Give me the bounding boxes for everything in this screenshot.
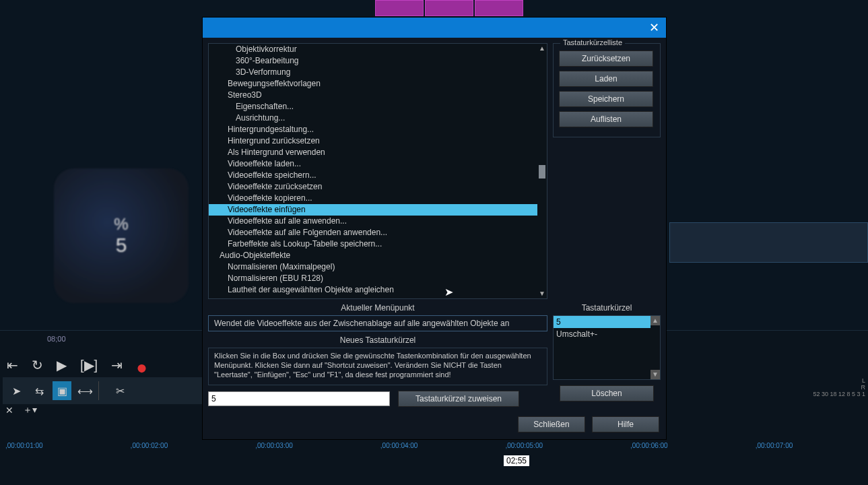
ripple-tool-icon[interactable]: ⇆ bbox=[30, 381, 48, 400]
goto-start-icon[interactable]: ⇤ bbox=[7, 357, 18, 379]
add-track-icon[interactable]: ＋▾ bbox=[23, 404, 37, 416]
save-button[interactable]: Speichern bbox=[559, 91, 653, 107]
scroll-up-icon[interactable]: ▲ bbox=[650, 316, 660, 325]
tree-item[interactable]: Ausrichtung... bbox=[209, 112, 537, 124]
tc: ,00:00:04:00 bbox=[380, 442, 418, 449]
menu-tree-list[interactable]: Objektivkorrektur360°-Bearbeitung3D-Verf… bbox=[209, 44, 537, 298]
edit-tools: ➤ ⇆ ▣ ⟷ ✂ bbox=[3, 377, 205, 404]
tree-scrollbar[interactable]: ▲ ▼ bbox=[537, 44, 547, 298]
tree-item[interactable]: Videoeffekte auf alle Folgenden anwenden… bbox=[209, 227, 537, 238]
bg-video-clip bbox=[669, 222, 868, 263]
tree-item[interactable]: 360°-Bearbeitung bbox=[209, 55, 537, 67]
stretch-tool-icon[interactable]: ⟷ bbox=[75, 381, 94, 400]
shortcut-list-label: Tastaturkürzel bbox=[553, 299, 661, 315]
shortcut-list-panel: 5Umschalt+- ▲ ▼ bbox=[553, 315, 661, 380]
reset-button[interactable]: Zurücksetzen bbox=[559, 51, 653, 67]
scroll-down-icon[interactable]: ▼ bbox=[537, 289, 547, 298]
scroll-thumb[interactable] bbox=[539, 165, 545, 179]
close-button[interactable]: Schließen bbox=[518, 416, 585, 432]
shortcut-list-group: Tastaturkürzelliste Zurücksetzen Laden S… bbox=[553, 43, 661, 137]
shortcut-list-group-title: Tastaturkürzelliste bbox=[560, 38, 625, 46]
list-button[interactable]: Auflisten bbox=[559, 111, 653, 127]
tree-item[interactable]: Videoeffekte laden... bbox=[209, 158, 537, 170]
tc: ,00:00:03:00 bbox=[255, 442, 293, 449]
tc: ,00:00:07:00 bbox=[756, 442, 793, 449]
shortcut-dialog: ✕ Objektivkorrektur360°-Bearbeitung3D-Ve… bbox=[202, 17, 667, 440]
delete-button[interactable]: Löschen bbox=[560, 385, 654, 401]
tree-item[interactable]: Normalisieren (Maximalpegel) bbox=[209, 261, 537, 273]
play-icon[interactable]: ▶ bbox=[57, 357, 67, 379]
tree-item[interactable]: Eigenschaften... bbox=[209, 101, 537, 112]
meter-l: L bbox=[813, 377, 865, 384]
tree-item[interactable]: Lautheit der ausgewählten Objekte anglei… bbox=[209, 284, 537, 296]
tree-item[interactable]: Videoeffekte auf alle anwenden... bbox=[209, 216, 537, 227]
record-icon[interactable]: ● bbox=[136, 357, 147, 379]
current-menu-description: Wendet die Videoeffekte aus der Zwischen… bbox=[208, 315, 547, 331]
play-range-icon[interactable]: [▶] bbox=[80, 357, 98, 379]
scroll-down-icon[interactable]: ▼ bbox=[650, 370, 660, 379]
bg-tool-globe-icon bbox=[375, 0, 424, 16]
shortcut-list[interactable]: 5Umschalt+- bbox=[554, 316, 650, 379]
tree-item[interactable]: 3D-Verformung bbox=[209, 67, 537, 78]
close-track-icon[interactable]: ✕ bbox=[5, 405, 13, 416]
menu-tree-panel: Objektivkorrektur360°-Bearbeitung3D-Verf… bbox=[208, 43, 547, 299]
shortcut-item[interactable]: Umschalt+- bbox=[554, 328, 650, 340]
key-number-label: 5 bbox=[116, 234, 127, 257]
current-menu-label: Aktueller Menüpunkt bbox=[208, 299, 547, 315]
tree-item[interactable]: Videoeffekte speichern... bbox=[209, 170, 537, 181]
shortcut-instructions: Klicken Sie in die Box und drücken Sie d… bbox=[208, 348, 547, 385]
divider bbox=[98, 381, 106, 400]
scroll-up-icon[interactable]: ▲ bbox=[537, 44, 547, 53]
tree-item[interactable]: Als Hintergrund verwenden bbox=[209, 147, 537, 158]
tree-item[interactable]: Normalisieren (EBU R128) bbox=[209, 273, 537, 284]
shortcut-item[interactable]: 5 bbox=[554, 316, 650, 328]
tree-item[interactable]: Videoeffekte einfügen bbox=[209, 204, 537, 216]
tree-item[interactable]: Hintergrundgestaltung... bbox=[209, 124, 537, 135]
key-percent-label: % bbox=[114, 215, 128, 234]
assign-shortcut-button[interactable]: Tastaturkürzel zuweisen bbox=[398, 391, 519, 407]
selection-tool-icon[interactable]: ▣ bbox=[53, 381, 71, 400]
tree-item[interactable]: Stereo3D bbox=[209, 90, 537, 101]
new-shortcut-label: Neues Tastaturkürzel bbox=[208, 331, 547, 348]
tc: ,00:00:02:00 bbox=[131, 442, 168, 449]
shortcut-input[interactable] bbox=[208, 391, 390, 406]
tree-item[interactable]: Bewegungseffektvorlagen bbox=[209, 78, 537, 90]
audio-meter: L R 52 30 18 12 8 5 3 1 bbox=[813, 377, 865, 397]
tree-item[interactable]: Videoeffekte kopieren... bbox=[209, 193, 537, 204]
bg-tool-camera-icon bbox=[475, 0, 523, 16]
tc: ,00:00:05:00 bbox=[505, 442, 543, 449]
loop-icon[interactable]: ↻ bbox=[32, 357, 43, 379]
load-button[interactable]: Laden bbox=[559, 71, 653, 87]
dialog-titlebar[interactable]: ✕ bbox=[203, 18, 666, 38]
tc: ,00:00:01:00 bbox=[5, 442, 43, 449]
tree-item[interactable]: Hintergrund zurücksetzen bbox=[209, 135, 537, 147]
meter-r: R bbox=[813, 384, 865, 391]
tc: ,00:00:06:00 bbox=[630, 442, 668, 449]
tree-item[interactable]: Farbeffekte als Lookup-Tabelle speichern… bbox=[209, 238, 537, 250]
meter-scale: 52 30 18 12 8 5 3 1 bbox=[813, 391, 865, 397]
tree-item[interactable]: Videoeffekte zurücksetzen bbox=[209, 181, 537, 193]
keyboard-key-graphic: % 5 bbox=[54, 168, 189, 303]
video-timestamp-overlay: 02;55 bbox=[504, 455, 529, 466]
cut-tool-icon[interactable]: ✂ bbox=[110, 381, 129, 400]
shortcut-scrollbar[interactable]: ▲ ▼ bbox=[650, 316, 660, 379]
timeline-timecodes: ,00:00:01:00 ,00:00:02:00 ,00:00:03:00 ,… bbox=[0, 442, 868, 449]
help-button[interactable]: Hilfe bbox=[592, 416, 659, 432]
bg-tool-crop-icon bbox=[425, 0, 473, 16]
tree-item[interactable]: Objektivkorrektur bbox=[209, 44, 537, 55]
close-icon[interactable]: ✕ bbox=[649, 20, 659, 35]
tree-item[interactable]: Audio-Objekteffekte bbox=[209, 250, 537, 261]
bg-top-toolbar bbox=[375, 0, 523, 16]
pointer-tool-icon[interactable]: ➤ bbox=[7, 381, 26, 400]
goto-end-icon[interactable]: ⇥ bbox=[111, 357, 123, 379]
